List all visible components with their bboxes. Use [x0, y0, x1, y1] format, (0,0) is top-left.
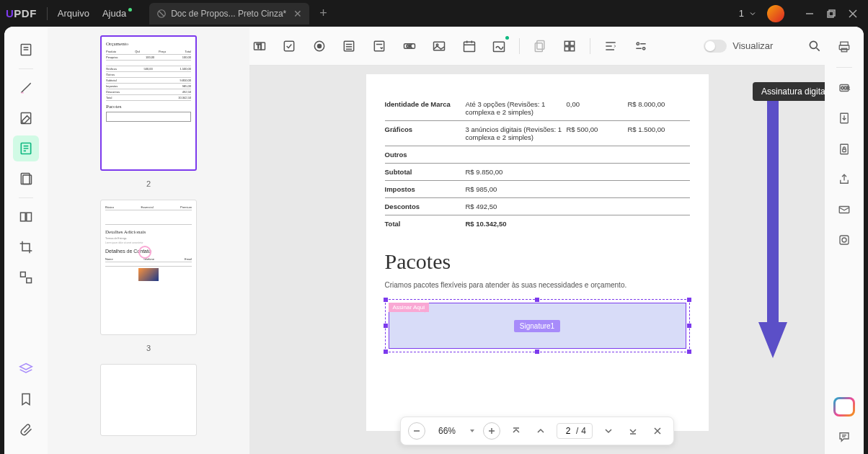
svg-point-78: [842, 238, 846, 242]
tool-organize[interactable]: [13, 166, 39, 192]
tool-button[interactable]: OK: [399, 36, 420, 56]
zoom-dropdown-icon[interactable]: [469, 427, 476, 435]
ai-assistant-button[interactable]: [833, 397, 855, 416]
svg-rect-77: [840, 236, 849, 244]
signature-field-wrapper[interactable]: Assinar Aqui Signature1: [385, 299, 690, 352]
tool-layers[interactable]: [13, 356, 39, 382]
svg-rect-43: [535, 43, 542, 51]
svg-rect-69: [841, 48, 847, 52]
page-input[interactable]: / 4: [557, 423, 593, 439]
tab-close-icon[interactable]: ✕: [293, 8, 302, 19]
svg-rect-45: [570, 41, 575, 45]
window-minimize[interactable]: [800, 4, 819, 23]
tool-date[interactable]: [459, 36, 479, 56]
document-tab[interactable]: Doc de Propos... Preto Cinza* ✕: [149, 3, 309, 25]
zoom-nav-bar: 66% / 4: [400, 417, 674, 445]
svg-rect-44: [565, 41, 570, 45]
svg-line-1: [159, 11, 164, 16]
thumbnail-panel: Orçamento ProdutoQtdPreçoTotal Pesquisa1…: [48, 27, 249, 454]
svg-rect-37: [464, 42, 474, 51]
annotation-arrow: [757, 99, 789, 365]
tool-align[interactable]: [601, 36, 621, 56]
tool-list[interactable]: [340, 36, 360, 56]
tool-form[interactable]: [13, 135, 39, 161]
tool-highlight[interactable]: [13, 75, 39, 101]
pacotes-heading: Pacotes: [385, 249, 690, 274]
svg-rect-3: [828, 12, 833, 17]
tab-title: Doc de Propos... Preto Cinza*: [171, 9, 286, 19]
thumb-label-3: 3: [146, 344, 151, 352]
tool-crop[interactable]: [13, 234, 39, 260]
zoom-in-button[interactable]: [483, 422, 500, 440]
tool-batch[interactable]: [833, 230, 856, 250]
signature-tag: Assinar Aqui: [389, 303, 429, 312]
tool-attachment[interactable]: [13, 417, 39, 442]
thumbnail-page-3[interactable]: BásicoEssencialPremium Detalhes Adiciona…: [100, 200, 197, 335]
tool-ocr[interactable]: OCR: [833, 78, 856, 98]
tool-settings[interactable]: [631, 36, 651, 56]
pacotes-subtitle: Criamos pacotes flexíveis para atender à…: [385, 281, 690, 289]
tab-add-button[interactable]: +: [319, 6, 327, 21]
svg-rect-42: [537, 40, 544, 49]
tool-edit[interactable]: [13, 105, 39, 131]
svg-rect-46: [565, 46, 570, 50]
page-indicator: 1: [739, 8, 744, 19]
zoom-level: 66%: [433, 426, 461, 436]
thumbnail-page-2[interactable]: Orçamento ProdutoQtdPreçoTotal Pesquisa1…: [100, 35, 197, 171]
svg-point-53: [642, 47, 645, 49]
svg-rect-75: [843, 149, 846, 152]
tool-email[interactable]: [833, 200, 856, 220]
signature-label: Signature1: [514, 320, 560, 332]
tool-reader[interactable]: [13, 37, 39, 63]
svg-point-51: [637, 43, 639, 45]
tool-convert[interactable]: [833, 108, 856, 128]
svg-text:T|: T|: [257, 43, 262, 50]
tool-copy[interactable]: [530, 36, 550, 56]
user-avatar[interactable]: [767, 5, 784, 22]
tool-dropdown[interactable]: [369, 36, 389, 56]
zoom-out-button[interactable]: [408, 422, 425, 440]
close-bar-button[interactable]: [649, 422, 666, 440]
thumbnail-page-4[interactable]: [100, 364, 197, 436]
tool-bookmark[interactable]: [13, 386, 39, 412]
doc-icon: [156, 9, 167, 19]
app-logo: UPDF: [6, 7, 37, 19]
tool-redact[interactable]: [13, 204, 39, 230]
svg-rect-31: [374, 41, 384, 50]
signature-field[interactable]: Assinar Aqui Signature1: [389, 303, 686, 349]
tool-image[interactable]: [429, 36, 449, 56]
tool-grid[interactable]: [560, 36, 580, 56]
svg-rect-19: [21, 272, 26, 277]
first-page-button[interactable]: [508, 422, 525, 440]
tool-compress[interactable]: [13, 264, 39, 290]
menu-ajuda[interactable]: Ajuda: [102, 8, 132, 19]
tool-checkbox[interactable]: [280, 36, 300, 56]
menu-arquivo[interactable]: Arquivo: [58, 8, 89, 19]
preview-toggle[interactable]: [704, 40, 727, 53]
tool-digital-signature[interactable]: [490, 36, 510, 56]
last-page-button[interactable]: [624, 422, 642, 440]
page-current-input[interactable]: [563, 426, 573, 436]
tooltip-digital-signature: Assinatura digital: [753, 82, 825, 101]
tool-share[interactable]: [833, 169, 856, 190]
tool-protect[interactable]: [833, 138, 856, 159]
preview-label: Visualizar: [732, 40, 773, 51]
prev-page-button[interactable]: [532, 422, 549, 440]
tool-comment[interactable]: [833, 427, 856, 447]
next-page-button[interactable]: [600, 422, 617, 440]
right-sidebar: OCR: [825, 27, 864, 454]
svg-text:OCR: OCR: [841, 86, 850, 90]
tool-print[interactable]: [833, 37, 856, 57]
svg-point-26: [317, 44, 321, 48]
page-content: Identidade de MarcaAté 3 opções (Revisõe…: [366, 74, 709, 431]
tool-radio[interactable]: [309, 36, 329, 56]
tool-search[interactable]: [805, 36, 825, 56]
tool-text-field[interactable]: T|: [249, 36, 270, 56]
window-maximize[interactable]: [822, 4, 841, 23]
window-close[interactable]: [843, 4, 862, 23]
thumb-label-2: 2: [146, 179, 151, 188]
document-viewport[interactable]: Identidade de MarcaAté 3 opções (Revisõe…: [249, 66, 825, 454]
chevron-down-icon[interactable]: [748, 9, 757, 18]
svg-marker-58: [758, 322, 787, 358]
svg-rect-18: [27, 213, 32, 221]
